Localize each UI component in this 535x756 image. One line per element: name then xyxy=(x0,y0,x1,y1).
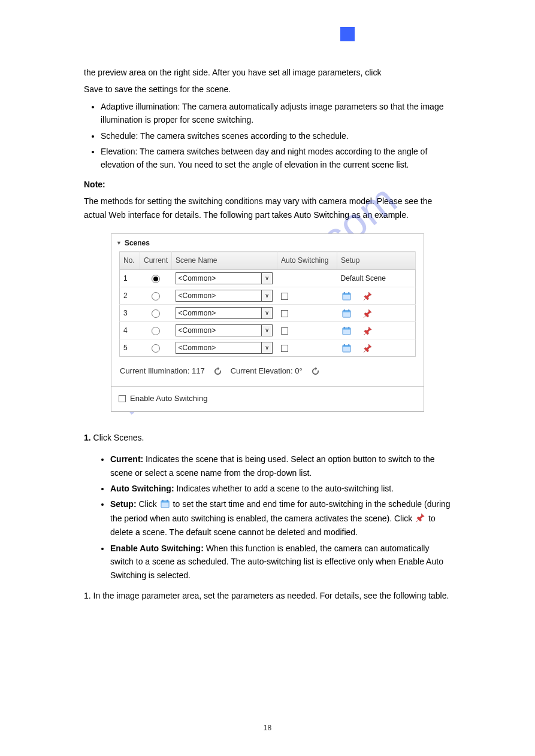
auto-switching-checkbox[interactable] xyxy=(281,345,288,352)
list-item: Auto Switching: Indicates whether to add… xyxy=(110,482,451,495)
scenes-table: No. Current Scene Name Auto Switching Se… xyxy=(119,251,416,357)
status-row: Current Illumination: 117 Current Elevat… xyxy=(111,365,424,387)
scene-name-cell: <Common>∨ xyxy=(172,322,277,339)
chevron-down-icon: ∨ xyxy=(261,342,272,353)
note-text: The methods for setting the switching co… xyxy=(84,195,451,221)
pin-icon xyxy=(416,512,425,526)
intro-line-2: Save to save the settings for the scene. xyxy=(84,83,451,96)
note-label: Note: xyxy=(84,180,105,189)
calendar-icon xyxy=(161,499,170,512)
table-row: 5<Common>∨ xyxy=(120,339,416,357)
svg-rect-6 xyxy=(343,309,344,311)
scenes-title: Scenes xyxy=(125,238,150,249)
bullet-item: Schedule: The camera switches scenes acc… xyxy=(101,129,451,142)
list-item: Current: Indicates the scene that is bei… xyxy=(110,453,451,479)
steps-lead: 1. Click Scenes. xyxy=(84,431,451,444)
auto-switching-cell xyxy=(277,287,337,305)
scene-name-dropdown[interactable]: <Common>∨ xyxy=(176,290,273,302)
pin-icon[interactable] xyxy=(363,309,372,318)
svg-rect-10 xyxy=(343,327,344,329)
scene-name-cell: <Common>∨ xyxy=(172,339,277,357)
scene-name-value: <Common> xyxy=(179,308,216,319)
row-number: 1 xyxy=(120,270,140,287)
col-header-current: Current xyxy=(140,252,172,270)
calendar-icon[interactable] xyxy=(342,344,351,353)
svg-rect-11 xyxy=(348,327,349,329)
svg-rect-15 xyxy=(348,344,349,346)
table-row: 4<Common>∨ xyxy=(120,322,416,339)
table-row: 3<Common>∨ xyxy=(120,305,416,322)
bullet-item: Adaptive illumination: The camera automa… xyxy=(101,100,451,127)
page-corner-marker xyxy=(340,27,355,41)
current-scene-radio[interactable] xyxy=(152,344,160,353)
enable-auto-switching-row: Enable Auto Switching xyxy=(111,387,424,411)
svg-rect-2 xyxy=(343,292,344,294)
pin-icon[interactable] xyxy=(363,344,372,353)
setup-cell xyxy=(337,305,416,322)
table-row: 1<Common>∨Default Scene xyxy=(120,270,416,287)
calendar-icon[interactable] xyxy=(342,326,351,335)
calendar-icon[interactable] xyxy=(342,292,351,300)
scene-name-dropdown[interactable]: <Common>∨ xyxy=(176,342,273,354)
svg-rect-3 xyxy=(348,292,349,294)
auto-switching-cell xyxy=(277,339,337,357)
col-header-auto-switching: Auto Switching xyxy=(277,252,337,270)
current-radio-cell xyxy=(140,270,172,287)
pin-icon[interactable] xyxy=(363,326,372,335)
condition-bullets: Adaptive illumination: The camera automa… xyxy=(84,100,451,172)
auto-switching-checkbox[interactable] xyxy=(281,310,288,317)
enable-auto-switching-checkbox[interactable] xyxy=(119,395,126,402)
page-content: the preview area on the right side. Afte… xyxy=(0,0,535,602)
current-radio-cell xyxy=(140,287,172,305)
intro-line-1: the preview area on the right side. Afte… xyxy=(84,66,451,79)
auto-switching-checkbox[interactable] xyxy=(281,327,288,335)
setup-cell xyxy=(337,339,416,357)
setup-explain-list: Current: Indicates the scene that is bei… xyxy=(84,453,451,582)
scene-name-dropdown[interactable]: <Common>∨ xyxy=(176,324,273,336)
row-number: 5 xyxy=(120,339,140,357)
list-item: Setup: Click to set the start time and e… xyxy=(110,497,451,539)
scene-name-dropdown[interactable]: <Common>∨ xyxy=(176,307,273,319)
scene-name-cell: <Common>∨ xyxy=(172,287,277,305)
current-scene-radio[interactable] xyxy=(152,292,160,300)
svg-rect-19 xyxy=(167,499,168,501)
page-number: 18 xyxy=(0,724,535,732)
scene-name-value: <Common> xyxy=(179,290,216,302)
refresh-icon[interactable] xyxy=(213,367,222,376)
note-block: Note: xyxy=(84,178,451,191)
enable-auto-switching-label: Enable Auto Switching xyxy=(130,393,207,405)
chevron-down-icon: ∨ xyxy=(261,273,272,284)
current-scene-radio[interactable] xyxy=(152,309,160,318)
svg-rect-14 xyxy=(343,344,344,346)
current-radio-cell xyxy=(140,339,172,357)
elevation-label: Current Elevation: 0° xyxy=(231,365,303,378)
svg-rect-7 xyxy=(348,309,349,311)
chevron-down-icon: ∨ xyxy=(261,290,272,301)
scenes-section-header[interactable]: ▼ Scenes xyxy=(111,234,424,251)
svg-rect-18 xyxy=(162,499,164,501)
scene-name-value: <Common> xyxy=(179,273,216,284)
collapse-triangle-icon: ▼ xyxy=(116,239,122,247)
refresh-icon[interactable] xyxy=(311,367,320,376)
chevron-down-icon: ∨ xyxy=(261,308,272,318)
table-row: 2<Common>∨ xyxy=(120,287,416,305)
scene-name-cell: <Common>∨ xyxy=(172,270,277,287)
setup-cell: Default Scene xyxy=(337,270,416,287)
scene-name-value: <Common> xyxy=(179,342,216,354)
auto-switching-checkbox[interactable] xyxy=(281,293,288,300)
col-header-no: No. xyxy=(120,252,140,270)
col-header-scene-name: Scene Name xyxy=(172,252,277,270)
pin-icon[interactable] xyxy=(363,292,372,300)
scene-name-cell: <Common>∨ xyxy=(172,305,277,322)
current-scene-radio[interactable] xyxy=(152,327,160,335)
current-scene-radio[interactable] xyxy=(152,275,160,283)
col-header-setup: Setup xyxy=(337,252,416,270)
illumination-label: Current Illumination: 117 xyxy=(120,365,205,378)
current-radio-cell xyxy=(140,305,172,322)
setup-cell xyxy=(337,287,416,305)
auto-switching-cell xyxy=(277,305,337,322)
trailing-step: 1. In the image parameter area, set the … xyxy=(84,589,451,602)
calendar-icon[interactable] xyxy=(342,309,351,318)
setup-cell xyxy=(337,322,416,339)
scene-name-dropdown[interactable]: <Common>∨ xyxy=(176,272,273,284)
